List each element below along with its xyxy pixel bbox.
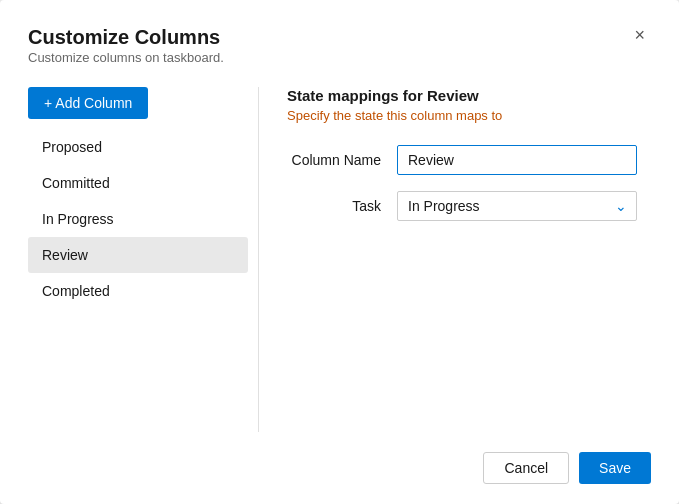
column-name-label: Column Name [287, 152, 397, 168]
cancel-button[interactable]: Cancel [483, 452, 569, 484]
column-list: Proposed Committed In Progress Review Co… [28, 129, 248, 309]
dialog-footer: Cancel Save [28, 432, 651, 484]
sidebar-item-completed[interactable]: Completed [28, 273, 248, 309]
add-column-button[interactable]: + Add Column [28, 87, 148, 119]
dialog-header: Customize Columns Customize columns on t… [28, 24, 651, 83]
dialog-subtitle: Customize columns on taskboard. [28, 50, 224, 65]
task-select-wrapper: Active Resolved In Progress Closed New ⌄ [397, 191, 637, 221]
panel-title: State mappings for Review [287, 87, 651, 104]
close-button[interactable]: × [628, 24, 651, 46]
column-name-row: Column Name [287, 145, 651, 175]
customize-columns-dialog: Customize Columns Customize columns on t… [0, 0, 679, 504]
sidebar-item-review[interactable]: Review [28, 237, 248, 273]
task-row: Task Active Resolved In Progress Closed … [287, 191, 651, 221]
dialog-body: + Add Column Proposed Committed In Progr… [28, 87, 651, 432]
dialog-title-area: Customize Columns Customize columns on t… [28, 24, 224, 83]
column-name-input[interactable] [397, 145, 637, 175]
dialog-title: Customize Columns [28, 24, 224, 50]
sidebar-item-committed[interactable]: Committed [28, 165, 248, 201]
task-select[interactable]: Active Resolved In Progress Closed New [397, 191, 637, 221]
task-label: Task [287, 198, 397, 214]
sidebar-item-proposed[interactable]: Proposed [28, 129, 248, 165]
save-button[interactable]: Save [579, 452, 651, 484]
right-panel: State mappings for Review Specify the st… [258, 87, 651, 432]
sidebar: + Add Column Proposed Committed In Progr… [28, 87, 258, 432]
panel-subtitle: Specify the state this column maps to [287, 108, 651, 123]
sidebar-item-in-progress[interactable]: In Progress [28, 201, 248, 237]
